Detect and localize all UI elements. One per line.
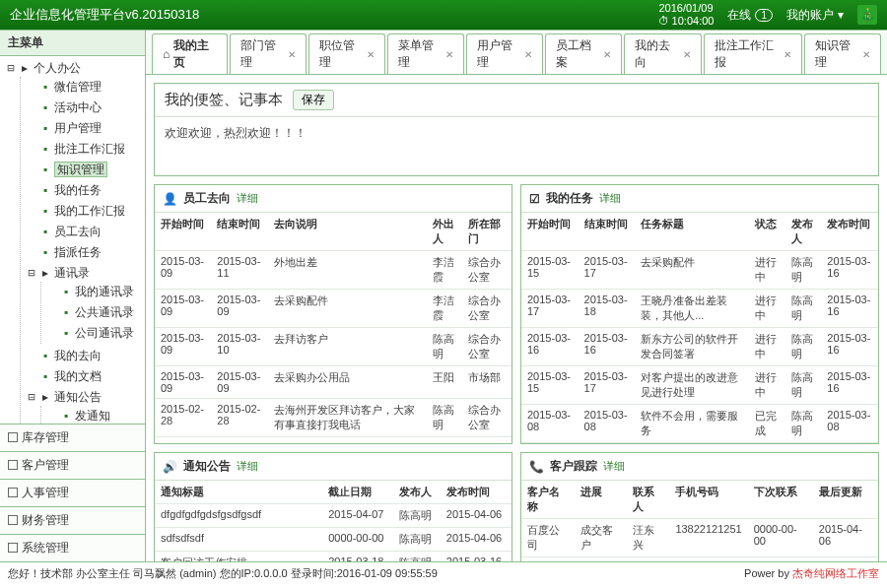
tab[interactable]: 部门管理✕ [230,33,307,74]
tree-item[interactable]: 公共通讯录 [75,305,134,319]
data-table: 通知标题截止日期发布人发布时间dfgdfgdfgdsfgsdfgsdf2015-… [155,481,512,561]
tree-item[interactable]: 活动中心 [54,100,102,114]
tab[interactable]: 职位管理✕ [308,33,385,74]
close-icon[interactable]: ✕ [862,49,870,60]
app-header: 企业信息化管理平台v6.20150318 2016/01/09 ⏱ 10:04:… [0,0,887,30]
table-row[interactable]: sdfsdfsdf0000-00-00陈高明2015-04-06 [155,528,512,552]
table-row[interactable]: 2015-03-092015-03-11外地出差李洁霞综合办公室 [155,251,512,290]
square-icon [8,460,18,470]
tab[interactable]: 我的去向✕ [624,33,701,74]
save-button[interactable]: 保存 [293,90,334,110]
online-indicator[interactable]: 在线 1 [727,7,773,24]
tree-item[interactable]: 公司通讯录 [75,326,134,340]
footer-link[interactable]: 杰奇纯网络工作室 [792,567,879,579]
arrow-icon: ▸ [18,61,32,75]
close-icon[interactable]: ✕ [445,49,453,60]
dashboard-grid: 👤员工去向详细开始时间结束时间去向说明外出人所在部门2015-03-092015… [154,184,879,561]
sidebar-section[interactable]: 人事管理 [0,479,145,506]
tree-icon[interactable]: 🎄 [857,5,877,25]
close-icon[interactable]: ✕ [683,49,691,60]
tree-item[interactable]: 我的任务 [54,183,102,197]
page-icon: ▪ [38,80,52,94]
tree-item[interactable]: 微信管理 [54,80,102,94]
tab[interactable]: 用户管理✕ [466,33,543,74]
tree-toggle[interactable]: ⊟ [27,266,36,280]
close-icon[interactable]: ✕ [784,49,791,60]
footer: 您好！技术部 办公室主任 司马飘然 (admin) 您的IP:0.0.0.0 登… [0,561,887,585]
panel-icon: ☑ [529,192,540,206]
detail-link[interactable]: 详细 [599,191,621,206]
detail-link[interactable]: 详细 [237,459,258,474]
sidebar-section[interactable]: 客户管理 [0,451,145,479]
page-icon: ▪ [59,305,73,319]
detail-link[interactable]: 详细 [603,459,625,474]
tree-item[interactable]: 批注工作汇报 [54,142,125,156]
panel-tongzhi: 🔊通知公告详细通知标题截止日期发布人发布时间dfgdfgdfgdsfgsdfgs… [154,452,512,561]
table-row[interactable]: 2015-03-092015-03-09去采购配件李洁霞综合办公室 [155,290,512,328]
tree-item[interactable]: 员工去向 [54,225,102,238]
tree-root[interactable]: 个人办公 [34,61,81,75]
tab[interactable]: 批注工作汇报✕ [704,33,802,74]
panel-icon: 👤 [163,192,177,206]
page-icon: ▪ [38,142,52,156]
table-row[interactable]: 2015-03-152015-03-17去采购配件进行中陈高明2015-03-1… [521,251,878,290]
main-area: ⌂我的主页部门管理✕职位管理✕菜单管理✕用户管理✕员工档案✕我的去向✕批注工作汇… [146,31,887,561]
tab[interactable]: 菜单管理✕ [387,33,464,74]
page-icon: ▪ [38,121,52,135]
account-menu[interactable]: 我的账户 ▾ [786,7,844,24]
close-icon[interactable]: ✕ [288,49,296,60]
app-title: 企业信息化管理平台v6.20150318 [10,6,658,24]
tree-item[interactable]: 我的去向 [54,349,102,362]
tab[interactable]: ⌂我的主页 [152,33,228,74]
tree-item[interactable]: 通讯录 [54,266,90,280]
table-row[interactable]: 2015-03-152015-03-17对客户提出的改进意见进行处理进行中陈高明… [521,366,878,405]
table-row[interactable]: 2015-02-282015-02-28去海州开发区拜访客户，大家有事直接打我电… [155,399,512,437]
table-row[interactable]: dfgdfgdfgdsfgsdfgsdf2015-04-07陈高明2015-04… [155,504,512,528]
tree-item[interactable]: 指派任务 [54,245,102,259]
tree-item[interactable]: 通知公告 [54,390,102,404]
table-row[interactable]: 百度公司成交客户汪东兴138221212510000-00-002015-04-… [521,519,878,557]
close-icon[interactable]: ✕ [524,49,532,60]
sidebar-section[interactable]: 财务管理 [0,506,145,534]
table-row[interactable]: 客户回访工作安排2015-03-18陈高明2015-03-16 [155,552,512,562]
table-row[interactable]: 2015-03-092015-03-10去拜访客户陈高明综合办公室 [155,328,512,366]
page-icon: ▪ [38,204,52,218]
page-icon: ▪ [38,349,52,362]
panel-icon: 🔊 [163,460,177,474]
close-icon[interactable]: ✕ [603,49,611,60]
close-icon[interactable]: ✕ [367,49,375,60]
tab[interactable]: 员工档案✕ [545,33,622,74]
tree-item[interactable]: 知识管理 [54,162,107,177]
note-panel: 我的便签、记事本 保存 欢迎欢迎，热烈欢迎！！！ [154,83,879,176]
tree-toggle[interactable]: ⊟ [6,61,16,75]
table-row[interactable]: 腾讯公司购买决定王旭东1355555110000-00-002015-04-06 [521,557,878,562]
table-row[interactable]: 2015-03-172015-03-18王晓丹准备出差装装，其他人...进行中陈… [521,290,878,328]
table-row[interactable]: 2015-03-082015-03-08软件不会用，需要服务已完成陈高明2015… [521,405,878,443]
panel-kehu: 📞客户跟踪详细客户名称进展联系人手机号码下次联系最后更新百度公司成交客户汪东兴1… [520,452,879,561]
tree-item[interactable]: 我的文档 [54,369,102,383]
tree-item[interactable]: 我的工作汇报 [54,204,125,218]
tree-item[interactable]: 用户管理 [54,121,102,135]
page-icon: ▪ [38,183,52,197]
chevron-down-icon: ▾ [838,8,844,22]
page-icon: ▪ [38,245,52,259]
page-icon: ▪ [38,100,52,114]
square-icon [8,515,18,525]
home-icon: ⌂ [163,47,170,61]
detail-link[interactable]: 详细 [237,191,258,206]
tab-bar: ⌂我的主页部门管理✕职位管理✕菜单管理✕用户管理✕员工档案✕我的去向✕批注工作汇… [146,31,887,75]
panel-title: 客户跟踪 [550,458,597,475]
table-row[interactable]: 2015-03-092015-03-09去采购办公用品王阳市场部 [155,366,512,399]
panel-title: 通知公告 [183,458,231,475]
note-textarea[interactable]: 欢迎欢迎，热烈欢迎！！！ [155,116,878,175]
page-icon: ▪ [59,409,73,423]
sidebar-section[interactable]: 系统管理 [0,534,145,561]
tree-item[interactable]: 我的通讯录 [75,285,134,298]
tab[interactable]: 知识管理✕ [804,33,881,74]
tree-toggle[interactable]: ⊟ [27,390,36,404]
tree-item[interactable]: 发通知 [75,409,110,423]
sidebar: 主菜单 ⊟▸个人办公▪微信管理▪活动中心▪用户管理▪批注工作汇报▪知识管理▪我的… [0,31,146,561]
square-icon [8,543,18,553]
sidebar-section[interactable]: 库存管理 [0,424,145,451]
table-row[interactable]: 2015-03-162015-03-16新东方公司的软件开发合同签署进行中陈高明… [521,328,878,366]
